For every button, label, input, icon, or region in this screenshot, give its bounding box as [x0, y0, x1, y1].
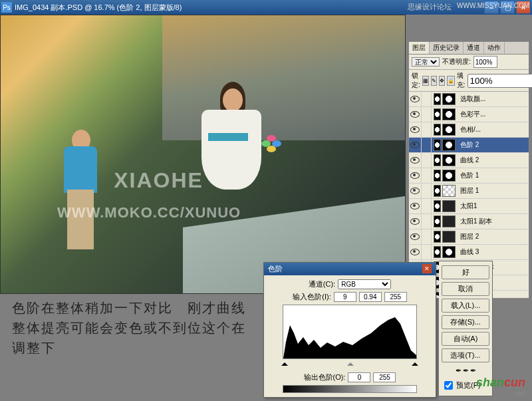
tab-actions[interactable]: 动作 [484, 42, 505, 54]
input-white[interactable] [384, 292, 407, 302]
blend-mode-select[interactable]: 正常 [412, 57, 440, 67]
adjustment-icon [434, 170, 441, 182]
header-credits: 思缘设计论坛 WWW.MISSYUAN.COM [408, 2, 529, 12]
output-white[interactable] [373, 372, 396, 382]
visibility-toggle[interactable] [409, 214, 422, 229]
eye-icon [410, 218, 420, 225]
output-gradient[interactable] [283, 385, 417, 393]
person-male [57, 126, 110, 259]
panel-tabs: 图层 历史记录 通道 动作 [409, 42, 529, 55]
layer-name: 太阳1 [458, 201, 529, 211]
layer-name: 色阶 2 [458, 140, 529, 150]
document-canvas[interactable]: XIAOHE WWW.MOKO.CC/XUNUO [0, 15, 406, 294]
lock-label: 锁定: [412, 71, 420, 90]
lock-transparent-icon[interactable]: ▦ [422, 76, 429, 86]
visibility-toggle[interactable] [409, 168, 422, 183]
save-button[interactable]: 存储(S)... [442, 315, 489, 329]
eyedropper-gray-icon[interactable]: ✒ [463, 366, 469, 375]
visibility-toggle[interactable] [409, 107, 422, 122]
layer-thumbnail [442, 200, 456, 212]
dialog-title: 色阶 [268, 264, 283, 274]
layer-row[interactable]: 色阶 1 [409, 168, 529, 184]
output-black[interactable] [348, 372, 370, 382]
channel-label: 通道(C): [309, 279, 335, 289]
layer-thumbnail [442, 246, 456, 258]
layer-row[interactable]: 太阳1 副本 [409, 214, 529, 229]
adjustment-icon [434, 185, 441, 197]
layer-row[interactable]: 图层 1 [409, 184, 529, 199]
photo-content: XIAOHE WWW.MOKO.CC/XUNUO [1, 15, 405, 293]
input-gamma[interactable] [359, 292, 382, 302]
adjustment-icon [434, 93, 441, 105]
layer-name: 选取颜... [458, 94, 529, 104]
eye-icon [410, 142, 420, 148]
layer-thumbnail [442, 154, 456, 166]
channel-select[interactable]: RGB [338, 279, 391, 289]
eye-icon [410, 96, 420, 102]
app-icon: Ps [1, 2, 12, 13]
input-levels-label: 输入色阶(I): [293, 292, 331, 302]
layer-name: 图层 1 [458, 186, 529, 196]
visibility-toggle[interactable] [409, 229, 422, 244]
layer-name: 色彩平... [458, 110, 529, 119]
histogram [283, 305, 417, 359]
pinwheel-icon [261, 135, 281, 155]
visibility-toggle[interactable] [409, 245, 422, 259]
lock-move-icon[interactable]: ✥ [439, 76, 445, 86]
adjustment-icon [434, 246, 441, 258]
load-button[interactable]: 载入(L)... [442, 299, 489, 313]
layer-name: 色阶 1 [458, 171, 529, 180]
site-url: WWW.MISSYUAN.COM [457, 2, 529, 12]
adjustment-icon [434, 231, 441, 243]
opacity-input[interactable] [473, 56, 497, 68]
tab-channels[interactable]: 通道 [464, 42, 484, 54]
layer-row[interactable]: 太阳1 [409, 199, 529, 214]
input-sliders[interactable] [283, 360, 416, 367]
eye-icon [410, 126, 420, 133]
adjustment-icon [434, 124, 441, 136]
layer-thumbnail [442, 108, 456, 120]
person-female [195, 76, 275, 249]
visibility-toggle[interactable] [409, 184, 422, 198]
layer-name: 色相/... [458, 125, 529, 134]
eye-icon [410, 188, 420, 194]
visibility-toggle[interactable] [409, 199, 422, 213]
layer-thumbnail [442, 139, 456, 151]
eyedropper-white-icon[interactable]: ✒ [470, 366, 476, 375]
layer-name: 图层 2 [458, 232, 529, 241]
watermark-2: WWW.MOKO.CC/XUNUO [57, 204, 241, 221]
tab-history[interactable]: 历史记录 [430, 42, 464, 54]
layer-row[interactable]: 图层 2 [409, 229, 529, 245]
layer-row[interactable]: 曲线 2 [409, 153, 529, 168]
adjustment-icon [434, 215, 441, 227]
visibility-toggle[interactable] [409, 153, 422, 168]
layer-row[interactable]: 色阶 2 [409, 138, 529, 153]
layer-thumbnail [442, 170, 456, 182]
lock-paint-icon[interactable]: ✎ [431, 76, 437, 86]
visibility-toggle[interactable] [409, 122, 422, 137]
layer-row[interactable]: 选取颜... [409, 92, 529, 107]
layers-panel: 图层 历史记录 通道 动作 正常 不透明度: 锁定: ▦ ✎ ✥ 🔒 填充: 选… [408, 41, 529, 299]
dialog-close-button[interactable]: ✕ [422, 264, 432, 273]
input-black[interactable] [334, 292, 356, 302]
layer-thumbnail [442, 231, 456, 243]
adjustment-icon [434, 200, 441, 212]
layer-name: 曲线 3 [458, 247, 529, 257]
layer-row[interactable]: 色相/... [409, 122, 529, 138]
layer-row[interactable]: 曲线 3 [409, 245, 529, 260]
cancel-button[interactable]: 取消 [442, 282, 489, 296]
layer-row[interactable]: 色彩平... [409, 107, 529, 122]
visibility-toggle[interactable] [409, 138, 422, 152]
lock-all-icon[interactable]: 🔒 [447, 76, 455, 86]
opacity-label: 不透明度: [442, 57, 471, 67]
auto-button[interactable]: 自动(A) [442, 332, 489, 346]
layer-thumbnail [442, 185, 456, 197]
options-button[interactable]: 选项(T)... [442, 348, 489, 362]
ok-button[interactable]: 好 [442, 265, 489, 279]
visibility-toggle[interactable] [409, 92, 422, 106]
eye-icon [410, 249, 420, 255]
tab-layers[interactable]: 图层 [409, 42, 430, 54]
fill-input[interactable] [467, 74, 532, 88]
eyedropper-black-icon[interactable]: ✒ [456, 366, 462, 375]
adjustment-icon [434, 139, 441, 151]
